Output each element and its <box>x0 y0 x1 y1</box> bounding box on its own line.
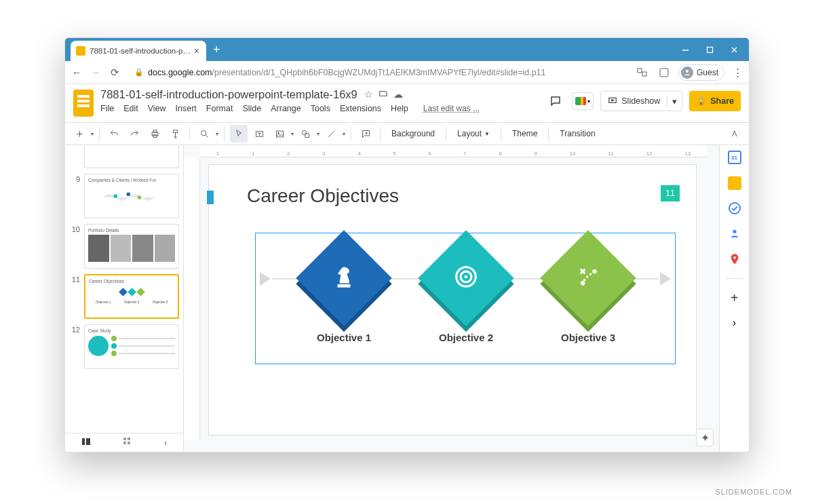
svg-rect-22 <box>123 442 126 444</box>
image-tool[interactable] <box>271 125 288 142</box>
comment-add-button[interactable] <box>357 125 374 142</box>
slide-thumb-8[interactable] <box>65 145 183 171</box>
maximize-button[interactable] <box>697 40 722 59</box>
reload-button[interactable]: ⟳ <box>109 66 121 79</box>
contacts-icon[interactable] <box>728 227 741 240</box>
calendar-icon[interactable]: 31 <box>728 151 741 164</box>
textbox-tool[interactable] <box>250 125 268 142</box>
menu-insert[interactable]: Insert <box>176 104 197 113</box>
objective-label-3[interactable]: Objective 3 <box>541 332 636 343</box>
meet-button[interactable]: ▾ <box>572 92 594 110</box>
lock-icon: 🔒 <box>134 68 144 77</box>
line-tool[interactable] <box>322 125 340 142</box>
slide-accent-bar <box>207 191 214 204</box>
grid-view-icon[interactable] <box>123 437 132 449</box>
menu-bar: File Edit View Insert Format Slide Arran… <box>100 104 539 113</box>
menu-arrange[interactable]: Arrange <box>271 104 301 113</box>
svg-rect-0 <box>707 47 712 52</box>
svg-point-26 <box>465 275 468 279</box>
menu-extensions[interactable]: Extensions <box>340 104 381 113</box>
svg-rect-3 <box>660 69 668 77</box>
slide-title[interactable]: Career Objectives <box>247 185 399 207</box>
collapse-toolbar-button[interactable]: ᐱ <box>726 125 743 142</box>
slide-number-badge: 11 <box>661 185 680 201</box>
paint-format-button[interactable] <box>166 125 184 142</box>
cloud-status-icon[interactable]: ☁ <box>393 89 403 100</box>
zoom-button[interactable] <box>195 125 213 142</box>
menu-tools[interactable]: Tools <box>311 104 330 113</box>
background-button[interactable]: Background <box>386 125 440 142</box>
strategy-icon <box>575 264 601 292</box>
tasks-icon[interactable] <box>729 202 741 214</box>
print-button[interactable] <box>146 125 163 142</box>
address-bar-row: ← → ⟳ 🔒 docs.google.com/presentation/d/1… <box>65 61 749 84</box>
star-icon[interactable]: ☆ <box>364 89 373 100</box>
redo-button[interactable] <box>125 125 143 142</box>
menu-help[interactable]: Help <box>391 104 408 113</box>
maps-icon[interactable] <box>728 252 741 266</box>
last-edit-text[interactable]: Last edit was ... <box>423 104 480 113</box>
new-slide-button[interactable] <box>71 125 88 142</box>
translate-icon[interactable] <box>635 65 650 80</box>
slide-canvas[interactable]: Career Objectives 11 Objective 1 Objecti… <box>208 164 697 435</box>
titlebar: 7881-01-self-introduction-powe × + <box>65 38 749 61</box>
transition-button[interactable]: Transition <box>554 125 600 142</box>
svg-point-28 <box>581 281 585 285</box>
canvas-area[interactable]: 112345678910111213 Career Objectives 11 … <box>184 145 719 452</box>
extension-icon[interactable] <box>657 65 672 80</box>
explore-button[interactable]: ✦ <box>696 429 714 446</box>
selection-box[interactable]: Objective 1 Objective 2 Objective 3 <box>255 233 676 364</box>
app-header: 7881-01-self-introduction-powerpoint-tem… <box>65 84 749 122</box>
close-window-button[interactable] <box>722 40 746 59</box>
filmstrip-footer: ‹ <box>65 433 183 452</box>
layout-button[interactable]: Layout▼ <box>452 125 495 142</box>
shape-tool[interactable] <box>296 125 314 142</box>
kebab-menu-icon[interactable]: ⋮ <box>731 66 743 79</box>
menu-format[interactable]: Format <box>206 104 233 113</box>
diamond-1[interactable] <box>296 230 391 326</box>
comments-button[interactable] <box>546 92 565 111</box>
address-bar[interactable]: 🔒 docs.google.com/presentation/d/1_QHpbi… <box>128 64 628 81</box>
share-button[interactable]: 🔒 Share <box>689 91 741 111</box>
slide-thumb-11[interactable]: 11 Career Objectives Objective 1Objectiv… <box>65 271 183 322</box>
svg-rect-20 <box>123 438 126 440</box>
filmstrip-view-icon[interactable] <box>81 437 91 449</box>
browser-tab[interactable]: 7881-01-self-introduction-powe × <box>71 41 206 61</box>
menu-view[interactable]: View <box>148 104 166 113</box>
slide-thumb-10[interactable]: 10 Portfolio Details <box>65 221 183 271</box>
undo-button[interactable] <box>105 125 123 142</box>
svg-rect-8 <box>153 134 157 137</box>
hide-sidepanel-icon[interactable]: › <box>733 317 736 329</box>
document-title[interactable]: 7881-01-self-introduction-powerpoint-tem… <box>100 88 357 101</box>
objective-label-2[interactable]: Objective 2 <box>419 332 513 343</box>
slide-thumb-9[interactable]: 9 Companies & Clients I Worked For <box>65 171 183 221</box>
lock-icon: 🔒 <box>696 96 706 106</box>
new-tab-button[interactable]: + <box>206 43 227 57</box>
collapse-filmstrip-icon[interactable]: ‹ <box>164 438 167 448</box>
slideshow-caret-icon[interactable]: ▾ <box>667 96 678 106</box>
minimize-button[interactable] <box>673 40 697 59</box>
slideshow-button[interactable]: Slideshow ▾ <box>600 91 682 111</box>
svg-rect-11 <box>276 131 283 137</box>
addons-button[interactable]: + <box>728 291 741 305</box>
diamond-3[interactable] <box>540 230 636 326</box>
forward-button[interactable]: → <box>90 66 102 79</box>
menu-file[interactable]: File <box>100 104 114 113</box>
move-icon[interactable] <box>379 89 388 100</box>
objective-label-1[interactable]: Objective 1 <box>296 332 391 343</box>
tab-close-icon[interactable]: × <box>193 45 201 56</box>
vertical-ruler <box>184 157 200 440</box>
filmstrip[interactable]: 9 Companies & Clients I Worked For 10 Po… <box>65 145 184 452</box>
diamond-2[interactable] <box>418 230 513 326</box>
menu-slide[interactable]: Slide <box>242 104 261 113</box>
slide-thumb-12[interactable]: 12 Case Study <box>65 322 183 372</box>
back-button[interactable]: ← <box>71 66 83 79</box>
url-text: docs.google.com/presentation/d/1_QHpbih6… <box>148 68 546 77</box>
svg-rect-18 <box>82 438 85 445</box>
theme-button[interactable]: Theme <box>507 125 543 142</box>
profile-chip[interactable]: Guest <box>678 64 724 81</box>
slides-logo-icon[interactable] <box>73 90 94 117</box>
select-tool[interactable] <box>230 125 248 142</box>
menu-edit[interactable]: Edit <box>123 104 138 113</box>
keep-icon[interactable] <box>728 176 741 190</box>
